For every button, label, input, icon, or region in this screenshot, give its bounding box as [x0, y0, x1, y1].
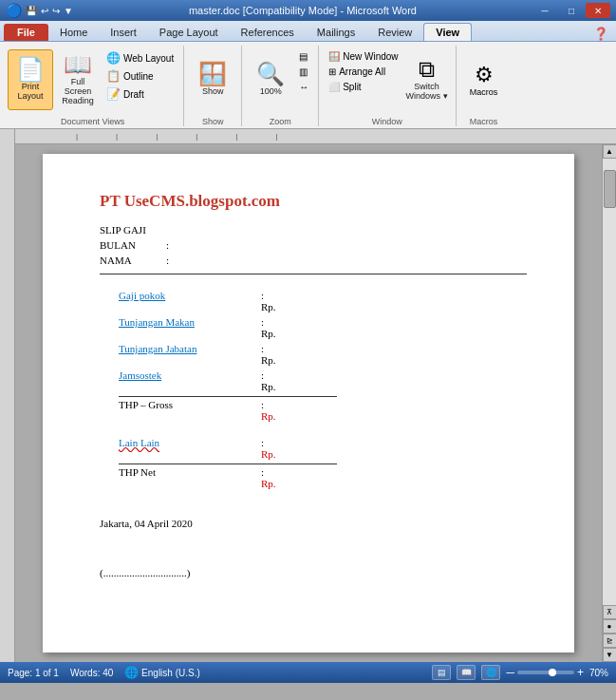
draft-button[interactable]: 📝 Draft — [103, 85, 177, 103]
ribbon-group-window: 🪟 New Window ⊞ Arrange All ⬜ Split ⧉ Swi… — [321, 46, 456, 126]
page-title: PT UseCMS.blogspot.com — [100, 192, 527, 211]
show-icon: 🪟 — [198, 63, 227, 85]
new-window-button[interactable]: 🪟 New Window — [325, 49, 401, 64]
minimize-button[interactable]: ─ — [532, 3, 557, 18]
status-right: ▤ 📖 🌐 ─ + 70% — [432, 665, 608, 680]
help-icon[interactable]: ❓ — [589, 27, 612, 41]
view-web-button[interactable]: 🌐 — [481, 665, 500, 680]
zoom-plus-button[interactable]: + — [577, 666, 584, 679]
document-and-scrollbar: PT UseCMS.blogspot.com SLIP GAJI BULAN :… — [15, 144, 616, 662]
tab-mailings[interactable]: Mailings — [306, 24, 366, 41]
view-print-button[interactable]: ▤ — [432, 665, 451, 680]
tab-references[interactable]: References — [230, 24, 306, 41]
document-area: | | | | | | PT UseCMS.blogspot.com SLIP … — [0, 129, 616, 662]
show-button[interactable]: 🪟 Show — [190, 49, 235, 110]
thp-net-row: THP Net : Rp. — [119, 466, 527, 489]
zoom-minus-button[interactable]: ─ — [506, 666, 514, 679]
full-screen-reading-button[interactable]: 📖 Full ScreenReading — [55, 49, 101, 110]
salary-section: Gaji pokok : Rp. Tunjangan Makan : Rp. T… — [119, 290, 527, 489]
zoom-track[interactable] — [517, 671, 574, 674]
ribbon: 📄 Print Layout 📖 Full ScreenReading 🌐 We… — [0, 42, 616, 129]
zoom-button[interactable]: 🔍 100% — [248, 49, 293, 110]
outline-icon: 📋 — [106, 69, 121, 83]
tab-page-layout[interactable]: Page Layout — [148, 24, 230, 41]
quick-undo[interactable]: ↩ — [41, 6, 48, 16]
thp-gross-row: THP – Gross : Rp. — [119, 399, 527, 422]
full-screen-icon: 📖 — [64, 53, 92, 76]
word-count: Words: 40 — [70, 668, 113, 678]
scroll-select-button[interactable]: ● — [603, 619, 617, 634]
scroll-prev-page-button[interactable]: ⊼ — [603, 605, 617, 619]
signature-line: (................................) — [100, 567, 527, 578]
view-full-button[interactable]: 📖 — [457, 665, 476, 680]
zoom-thumb[interactable] — [549, 669, 556, 676]
quick-customize[interactable]: ▼ — [64, 6, 73, 16]
ribbon-group-macros: ⚙ Macros Macros — [458, 46, 512, 126]
ribbon-group-zoom: 🔍 100% ▤ ▥ ↔ Zoom — [244, 46, 319, 126]
one-page-icon: ▤ — [299, 51, 308, 62]
tunjangan-makan-row: Tunjangan Makan : Rp. — [119, 316, 527, 339]
scroll-thumb[interactable] — [604, 170, 616, 208]
close-button[interactable]: ✕ — [586, 3, 610, 18]
ribbon-tabs: File Home Insert Page Layout References … — [0, 21, 616, 42]
tab-review[interactable]: Review — [366, 24, 423, 41]
title-bar: 🔵 💾 ↩ ↪ ▼ master.doc [Compatibility Mode… — [0, 0, 616, 21]
one-page-button[interactable]: ▤ — [295, 49, 312, 64]
web-layout-button[interactable]: 🌐 Web Layout — [103, 49, 177, 66]
page-count: Page: 1 of 1 — [8, 668, 59, 678]
two-page-button[interactable]: ▥ — [295, 65, 312, 79]
quick-save[interactable]: 💾 — [26, 6, 37, 16]
document-page-area[interactable]: PT UseCMS.blogspot.com SLIP GAJI BULAN :… — [15, 144, 602, 662]
tab-insert[interactable]: Insert — [99, 24, 148, 41]
page-width-button[interactable]: ↔ — [295, 80, 312, 94]
maximize-button[interactable]: □ — [559, 3, 584, 18]
slip-gaji-label: SLIP GAJI — [100, 224, 527, 236]
split-button[interactable]: ⬜ Split — [325, 80, 401, 94]
status-bar: Page: 1 of 1 Words: 40 🌐 English (U.S.) … — [0, 662, 616, 683]
language-status: 🌐 English (U.S.) — [124, 666, 199, 679]
title-bar-left: 🔵 💾 ↩ ↪ ▼ — [6, 3, 73, 18]
jamsostek-row: Jamsostek : Rp. — [119, 369, 527, 392]
scroll-next-page-button[interactable]: ⊵ — [603, 634, 617, 648]
split-icon: ⬜ — [328, 82, 340, 92]
tab-view[interactable]: View — [423, 23, 472, 41]
zoom-icon: 🔍 — [256, 63, 285, 85]
two-page-icon: ▥ — [299, 66, 308, 77]
scroll-track[interactable] — [603, 159, 616, 605]
spacer — [119, 426, 527, 437]
print-layout-button[interactable]: 📄 Print Layout — [8, 49, 53, 110]
ruler-vertical — [0, 129, 15, 662]
gross-divider — [119, 396, 337, 397]
arrange-icon: ⊞ — [328, 66, 336, 77]
document-views-small: 🌐 Web Layout 📋 Outline 📝 Draft — [103, 49, 177, 103]
zoom-slider[interactable]: ─ + — [506, 666, 584, 679]
web-layout-icon: 🌐 — [106, 51, 121, 65]
macros-icon: ⚙ — [475, 63, 494, 87]
gaji-pokok-row: Gaji pokok : Rp. — [119, 290, 527, 312]
scrollbar-vertical[interactable]: ▲ ⊼ ● ⊵ ▼ — [602, 144, 616, 662]
tab-file[interactable]: File — [4, 24, 48, 41]
ribbon-group-show: 🪟 Show Show — [186, 46, 242, 126]
scroll-page-btns: ⊼ ● ⊵ — [603, 605, 617, 648]
scroll-up-button[interactable]: ▲ — [603, 144, 617, 159]
title-bar-controls: ─ □ ✕ — [532, 3, 610, 18]
document-page[interactable]: PT UseCMS.blogspot.com SLIP GAJI BULAN :… — [43, 154, 574, 653]
scroll-down-button[interactable]: ▼ — [603, 648, 617, 662]
lain-lain-row: Lain Lain : Rp. — [119, 437, 527, 460]
nama-row: NAMA : — [100, 255, 527, 266]
print-layout-icon: 📄 — [16, 58, 45, 81]
bulan-row: BULAN : — [100, 239, 527, 251]
word-icon: 🔵 — [6, 3, 22, 18]
tab-home[interactable]: Home — [48, 24, 99, 41]
outline-button[interactable]: 📋 Outline — [103, 67, 177, 85]
net-divider — [119, 464, 337, 464]
draft-icon: 📝 — [106, 87, 121, 101]
arrange-all-button[interactable]: ⊞ Arrange All — [325, 65, 401, 79]
ribbon-group-document-views: 📄 Print Layout 📖 Full ScreenReading 🌐 We… — [4, 46, 184, 126]
quick-redo[interactable]: ↪ — [52, 6, 60, 16]
page-width-icon: ↔ — [299, 82, 308, 92]
macros-button[interactable]: ⚙ Macros — [462, 49, 506, 110]
switch-windows-icon: ⧉ — [419, 58, 435, 81]
switch-windows-button[interactable]: ⧉ SwitchWindows ▾ — [404, 49, 450, 110]
document-views-content: 📄 Print Layout 📖 Full ScreenReading 🌐 We… — [8, 46, 177, 115]
